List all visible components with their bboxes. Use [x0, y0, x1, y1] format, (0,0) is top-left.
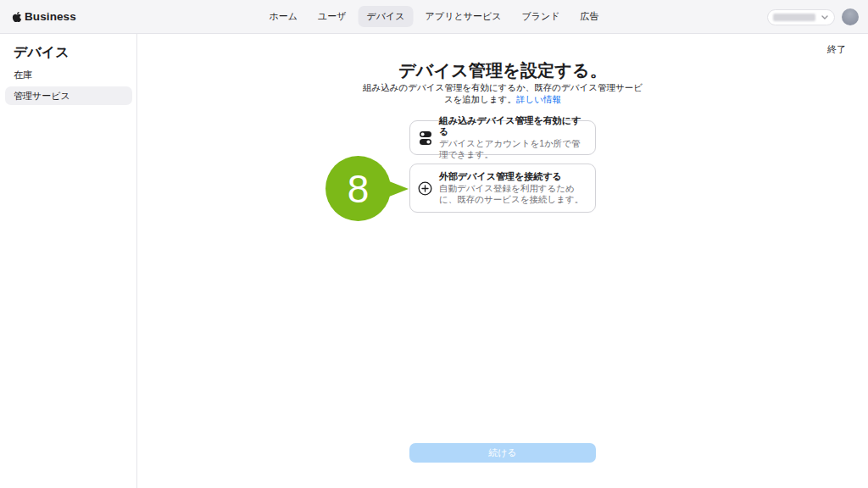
subtitle-line1: 組み込みのデバイス管理を有効にするか、既存のデバイス管理サービ [363, 82, 643, 92]
brand-logo: Business [12, 0, 76, 33]
exit-button[interactable]: 終了 [827, 43, 846, 56]
nav-item-home[interactable]: ホーム [261, 6, 307, 27]
brand-label: Business [25, 10, 76, 23]
learn-more-link[interactable]: 詳しい情報 [516, 94, 561, 104]
sidebar-item-management-services[interactable]: 管理サービス [5, 86, 132, 105]
sidebar: デバイス 在庫 管理サービス [0, 34, 137, 488]
page-title: デバイス管理を設定する。 [137, 59, 868, 82]
card-title: 外部デバイス管理を接続する [439, 171, 587, 182]
apple-logo-icon [12, 11, 22, 23]
top-navigation-bar: Business ホーム ユーザ デバイス アプリとサービス ブランド 広告 [0, 0, 868, 34]
primary-nav: ホーム ユーザ デバイス アプリとサービス ブランド 広告 [261, 0, 608, 33]
nav-item-users[interactable]: ユーザ [309, 6, 355, 27]
continue-button[interactable]: 続ける [409, 443, 596, 463]
chevron-down-icon [821, 15, 828, 19]
user-avatar[interactable] [842, 8, 859, 25]
subtitle-line2: スを追加します。 [444, 94, 516, 104]
nav-item-devices[interactable]: デバイス [359, 6, 414, 27]
plus-circle-icon [418, 181, 432, 196]
sidebar-section-title: デバイス [14, 44, 70, 62]
card-connect-external-mdm[interactable]: 外部デバイス管理を接続する 自動デバイス登録を利用するために、既存のサービスを接… [409, 164, 596, 213]
account-dropdown[interactable] [767, 9, 835, 25]
main-content: 終了 デバイス管理を設定する。 組み込みのデバイス管理を有効にするか、既存のデバ… [137, 34, 868, 488]
toggles-icon [418, 130, 432, 146]
badge-circle: 8 [326, 156, 391, 221]
nav-item-ads[interactable]: 広告 [571, 6, 607, 27]
page-subtitle: 組み込みのデバイス管理を有効にするか、既存のデバイス管理サービ スを追加します。… [137, 82, 868, 105]
nav-item-brand[interactable]: ブランド [513, 6, 568, 27]
step-callout-badge: 8 [326, 156, 410, 222]
account-name-redacted [773, 14, 815, 21]
sidebar-item-inventory[interactable]: 在庫 [14, 69, 32, 81]
card-description: 自動デバイス登録を利用するために、既存のサービスを接続します。 [439, 183, 587, 205]
card-description: デバイスとアカウントを1か所で管理できます。 [439, 138, 587, 160]
card-enable-builtin-mdm[interactable]: 組み込みデバイス管理を有効にする デバイスとアカウントを1か所で管理できます。 [409, 120, 596, 155]
apple-business-manager-screen: Business ホーム ユーザ デバイス アプリとサービス ブランド 広告 デ… [0, 0, 868, 488]
card-title: 組み込みデバイス管理を有効にする [439, 115, 587, 137]
nav-item-apps-services[interactable]: アプリとサービス [417, 6, 510, 27]
